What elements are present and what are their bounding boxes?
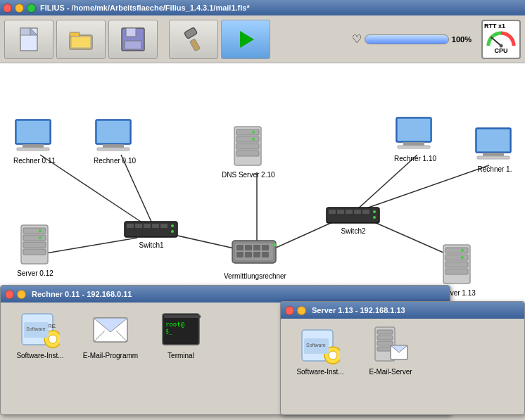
svg-rect-56 [337,210,344,214]
node-rechner-1-x[interactable]: Rechner 1. [470,127,519,173]
svg-text:Software: Software [306,343,326,348]
svg-rect-109 [377,341,393,345]
app-terminal[interactable]: root@ $_ Terminal [153,310,209,359]
node-rechner-0-11[interactable]: Rechner 0.11 [10,118,59,165]
svg-rect-10 [184,27,198,39]
svg-rect-51 [160,224,167,228]
app-software-inst[interactable]: SOFTWARE Software Software-Inst... [12,310,68,359]
node-switch2[interactable]: Switch2 [325,201,381,235]
svg-rect-1 [20,28,30,35]
svg-rect-98 [164,315,201,318]
toolbar: ♡ 100% RTT x1 CPU [0,15,525,63]
run-button[interactable] [221,20,270,59]
svg-rect-107 [377,330,393,334]
svg-rect-9 [190,39,201,51]
node-label-dns-server-2-10: DNS Server 2.10 [222,171,275,179]
svg-point-86 [461,256,464,259]
svg-rect-76 [245,252,252,257]
svg-rect-4 [70,32,80,37]
window-close-server-1-13[interactable] [285,306,294,315]
save-button[interactable] [108,20,158,59]
svg-rect-66 [23,249,46,255]
progress-area: ♡ 100% [352,32,472,46]
svg-rect-45 [477,156,510,159]
svg-rect-65 [23,242,46,248]
node-switch1[interactable]: Switch1 [123,215,179,249]
svg-rect-72 [245,245,252,250]
node-label-switch1: Switch1 [139,241,163,249]
app-label-software-inst: Software-Inst... [16,352,63,359]
svg-rect-47 [127,224,134,228]
svg-rect-8 [125,41,141,49]
svg-rect-33 [236,136,259,142]
svg-point-60 [373,210,376,213]
svg-point-103 [329,351,337,359]
title-bar-buttons [3,4,36,13]
svg-marker-11 [240,31,254,48]
node-label-rechner-1-x: Rechner 1. [478,165,512,173]
svg-point-68 [39,236,42,239]
new-button[interactable] [4,20,53,59]
app-email-server[interactable]: E-Mail-Server [362,326,419,376]
svg-rect-64 [23,235,46,241]
svg-line-12 [491,37,501,46]
node-label-switch2: Switch2 [341,227,365,235]
svg-rect-39 [398,119,430,141]
app-label-email-programm: E-Mail-Programm [83,352,138,359]
svg-rect-41 [398,146,430,148]
svg-rect-29 [103,144,124,148]
svg-rect-83 [445,262,468,267]
app-label-terminal: Terminal [167,352,194,359]
app-software-inst-server[interactable]: Software Software-Inst... [292,326,348,376]
open-button[interactable] [56,20,106,59]
build-button[interactable] [169,20,218,59]
svg-point-67 [39,229,42,232]
title-bar: FILIUS - /home/mk/Arbeitsflaeche/Filius_… [0,0,525,15]
svg-rect-73 [253,245,260,250]
svg-rect-28 [97,121,129,143]
svg-point-53 [171,230,174,233]
node-label-rechner-0-11: Rechner 0.11 [13,157,56,165]
minimize-button[interactable] [15,4,24,13]
svg-rect-44 [483,153,504,156]
svg-point-52 [171,224,174,227]
app-label-email-server: E-Mail-Server [369,368,412,376]
app-email-programm[interactable]: E-Mail-Programm [82,310,139,359]
window-min-rechner-0-11[interactable] [17,290,26,299]
svg-rect-5 [71,37,91,48]
svg-rect-7 [126,28,136,37]
node-rechner-0-10[interactable]: Rechner 0.10 [90,118,139,165]
window-close-rechner-0-11[interactable] [5,290,14,299]
svg-point-61 [373,216,376,219]
node-label-rechner-1-10: Rechner 1.10 [394,155,436,163]
node-rechner-1-10[interactable]: Rechner 1.10 [391,116,440,163]
svg-rect-50 [152,224,159,228]
window-title-bar-rechner-0-11: Rechner 0.11 - 192.168.0.11 [1,286,450,303]
window-min-server-1-13[interactable] [297,306,306,315]
app-label-software-inst-server: Software-Inst... [296,368,343,376]
svg-rect-57 [346,210,353,214]
node-dns-server-2-10[interactable]: DNS Server 2.10 [222,125,275,179]
svg-rect-78 [262,252,269,257]
rtt-label: RTT x1 [484,23,505,30]
svg-rect-71 [236,245,243,250]
svg-point-89 [49,335,57,343]
svg-rect-35 [236,151,259,156]
svg-rect-75 [236,252,243,257]
svg-rect-24 [17,121,49,143]
svg-rect-34 [236,144,259,149]
svg-rect-63 [23,228,46,234]
close-button[interactable] [3,4,12,13]
svg-rect-26 [17,148,49,151]
node-server-0-12[interactable]: Server 0.12 [11,224,60,277]
svg-rect-55 [329,210,336,214]
maximize-button[interactable] [27,4,36,13]
progress-bar [365,34,449,44]
node-label-rechner-0-10: Rechner 0.10 [94,157,136,165]
node-vermittlung[interactable]: Vermittlungsrechner [224,234,286,280]
svg-rect-84 [445,269,468,274]
svg-rect-43 [477,129,510,151]
svg-point-85 [461,249,464,252]
svg-rect-59 [362,210,369,214]
svg-rect-25 [23,144,44,148]
